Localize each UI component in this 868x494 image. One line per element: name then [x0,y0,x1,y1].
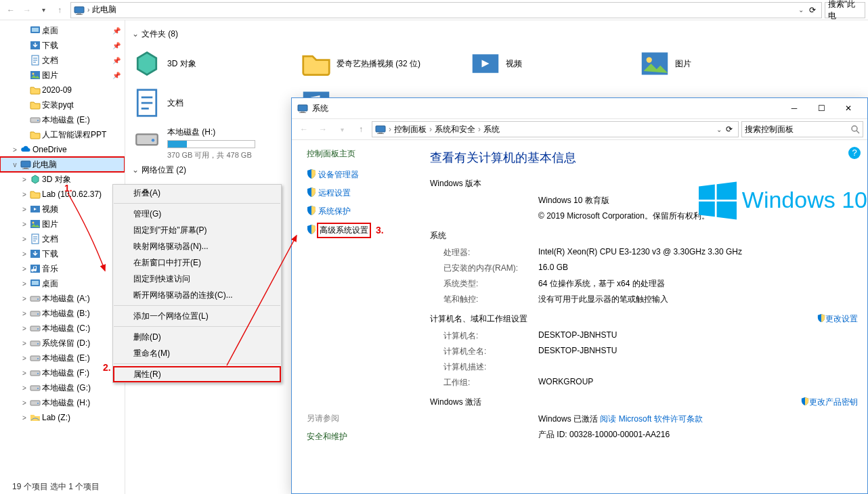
folder-item[interactable]: 3D 对象 [132,45,301,82]
folders-section-header[interactable]: ⌄文件夹 (8) [132,28,861,40]
folder-item[interactable]: 视频 [471,45,640,82]
sidebar-item[interactable]: > 桌面 [0,276,125,291]
sidebar-item-label: Lab (Z:) [42,413,70,422]
sidebar-item[interactable]: > Lab (10.0.62.37) [0,187,125,202]
security-maintenance-link[interactable]: 安全和维护 [307,431,414,443]
expand-icon[interactable]: > [20,340,28,347]
expand-icon[interactable]: > [20,310,28,317]
change-link[interactable]: 更改设置 [817,313,858,325]
menu-item[interactable]: 映射网络驱动器(N)... [113,238,281,254]
sys-left-link[interactable]: 高级系统设置 [307,224,414,237]
sidebar-item[interactable]: > 本地磁盘 (A:) [0,291,125,306]
folder-item[interactable]: 图片 [640,45,809,82]
sidebar-item[interactable]: > 本地磁盘 (C:) [0,321,125,336]
expand-icon[interactable]: > [20,221,28,228]
back-button[interactable]: ← [3,2,19,18]
3d-icon [30,174,41,185]
sys-history-dropdown[interactable]: ▾ [334,121,350,137]
menu-item[interactable]: 属性(R) [113,366,281,382]
sys-left-link[interactable]: 系统保护 [307,206,414,217]
sidebar-item[interactable]: 2020-09 [0,83,125,97]
sidebar-item[interactable]: > 下载 [0,246,125,261]
expand-icon[interactable]: > [20,250,28,258]
group-title: 计算机名、域和工作组设置更改设置 [430,313,858,325]
expand-icon[interactable]: > [20,369,28,377]
menu-item[interactable]: 添加一个网络位置(L) [113,308,281,324]
expand-icon[interactable]: > [20,235,28,243]
search-input[interactable]: 搜索"此电 [825,2,865,18]
sys-search-input[interactable]: 搜索控制面板 [741,121,863,137]
sidebar-item[interactable]: 人工智能课程PPT [0,127,125,142]
address-text: 此电脑 [92,4,116,16]
sidebar-item-label: 桌面 [42,278,58,290]
info-value [538,361,858,373]
drive-item[interactable]: 本地磁盘 (H:) 370 GB 可用，共 478 GB [132,127,274,160]
sidebar-item[interactable]: > 系统保留 (D:) [0,336,125,351]
menu-item[interactable]: 管理(G) [113,206,281,222]
sys-up-button[interactable]: ↑ [353,121,369,137]
menu-item[interactable]: 折叠(A) [113,185,281,201]
minimize-button[interactable]: ─ [781,99,808,118]
refresh-icon[interactable]: ⟳ [809,5,816,15]
up-button[interactable]: ↑ [51,2,68,18]
folder-item[interactable]: 文档 [132,85,301,121]
sidebar-item[interactable]: > 本地磁盘 (G:) [0,380,125,395]
sidebar-item[interactable]: > 3D 对象 [0,172,125,187]
sys-address-bar[interactable]: ›控制面板 ›系统和安全 ›系统 ⌄⟳ [372,121,739,137]
sidebar-item[interactable]: > 视频 [0,202,125,217]
expand-icon[interactable]: > [20,280,28,288]
system-titlebar[interactable]: 系统 ─ ☐ ✕ [292,98,867,118]
expand-icon[interactable]: > [20,206,28,213]
sidebar-item[interactable]: > 图片 [0,217,125,231]
sys-heading: 查看有关计算机的基本信息 [430,150,858,166]
sidebar-item[interactable]: 桌面 📌 [0,23,125,38]
change-link[interactable]: 更改产品密钥 [801,397,858,408]
sys-left-link[interactable]: 远程设置 [307,187,414,199]
address-bar[interactable]: › 此电脑 ⌄ ⟳ [70,2,822,18]
sidebar-item-label: 文档 [42,55,58,66]
expand-icon[interactable]: > [20,414,28,422]
sidebar-item[interactable]: > 本地磁盘 (H:) [0,395,125,410]
menu-item[interactable]: 固定到"开始"屏幕(P) [113,222,281,238]
expand-icon[interactable]: > [20,399,28,407]
maximize-button[interactable]: ☐ [808,99,835,118]
expand-icon[interactable]: > [20,295,28,302]
sys-back-button[interactable]: ← [296,121,312,137]
expand-icon[interactable]: > [20,191,28,198]
expand-icon[interactable]: > [20,355,28,362]
close-button[interactable]: ✕ [835,99,862,118]
chevron-down-icon[interactable]: ⌄ [798,6,804,14]
system-properties-window: 系统 ─ ☐ ✕ ← → ▾ ↑ ›控制面板 ›系统和安全 ›系统 ⌄⟳ 搜索控… [291,97,868,494]
menu-item[interactable]: 断开网络驱动器的连接(C)... [113,287,281,303]
history-dropdown[interactable]: ▾ [35,2,51,18]
sidebar-item[interactable]: > OneDrive [0,142,125,157]
sidebar-item[interactable]: > 本地磁盘 (B:) [0,306,125,321]
expand-icon[interactable]: v [11,161,19,169]
forward-button[interactable]: → [19,2,35,18]
expand-icon[interactable]: > [20,325,28,332]
info-value: 没有可用于此显示器的笔或触控输入 [538,294,858,305]
menu-item[interactable]: 固定到快速访问 [113,271,281,287]
folder-item[interactable]: 爱奇艺热播视频 (32 位) [301,45,471,82]
sidebar-item[interactable]: > 文档 [0,231,125,246]
menu-item[interactable]: 在新窗口中打开(E) [113,254,281,271]
sys-left-link[interactable]: 设备管理器 [307,169,414,181]
menu-item[interactable]: 重命名(M) [113,345,281,361]
sidebar-item[interactable]: 文档 📌 [0,53,125,68]
info-row: Windows 已激活 阅读 Microsoft 软件许可条款 [443,413,858,425]
menu-item[interactable]: 删除(D) [113,329,281,345]
sidebar-item-label: 图片 [42,70,58,81]
sidebar-item[interactable]: > Lab (Z:) [0,410,125,425]
sidebar-item[interactable]: 本地磁盘 (E:) [0,112,125,127]
expand-icon[interactable]: > [20,265,28,273]
sidebar-item[interactable]: 安装pyqt [0,97,125,112]
cp-home-link[interactable]: 控制面板主页 [307,148,414,160]
sidebar-item[interactable]: > 音乐 [0,261,125,276]
sidebar-item[interactable]: v 此电脑 [0,157,125,172]
sys-forward-button[interactable]: → [315,121,331,137]
expand-icon[interactable]: > [20,384,28,392]
sidebar-item[interactable]: 下载 📌 [0,38,125,53]
sidebar-item[interactable]: 图片 📌 [0,68,125,83]
expand-icon[interactable]: > [20,176,28,183]
expand-icon[interactable]: > [11,146,19,154]
